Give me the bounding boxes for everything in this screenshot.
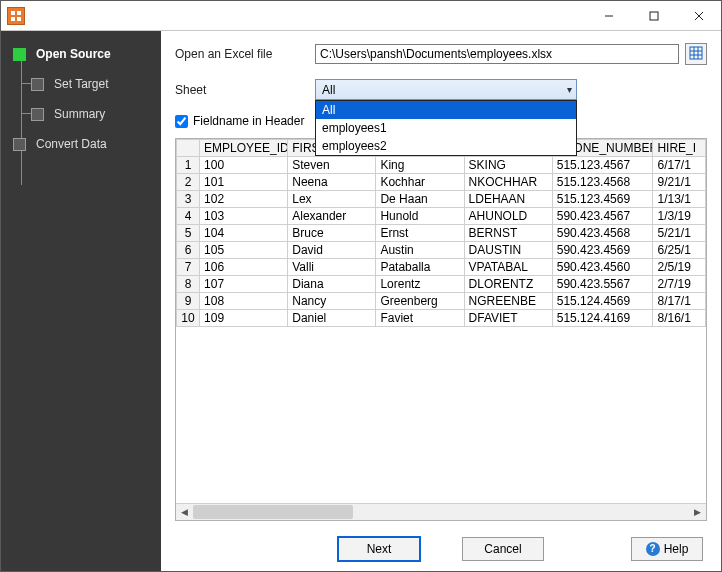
table-cell[interactable]: 107 xyxy=(200,276,288,293)
row-number: 10 xyxy=(177,310,200,327)
file-path-input[interactable] xyxy=(315,44,679,64)
table-cell[interactable]: 590.423.4560 xyxy=(552,259,653,276)
table-cell[interactable]: Kochhar xyxy=(376,174,464,191)
table-cell[interactable]: Lorentz xyxy=(376,276,464,293)
table-cell[interactable]: 590.423.4567 xyxy=(552,208,653,225)
sheet-option[interactable]: employees1 xyxy=(316,119,576,137)
table-cell[interactable]: Faviet xyxy=(376,310,464,327)
table-row[interactable]: 8107DianaLorentzDLORENTZ590.423.55672/7/… xyxy=(177,276,706,293)
table-cell[interactable]: Ernst xyxy=(376,225,464,242)
table-cell[interactable]: 6/17/1 xyxy=(653,157,706,174)
table-cell[interactable]: 8/16/1 xyxy=(653,310,706,327)
table-cell[interactable]: 106 xyxy=(200,259,288,276)
table-cell[interactable]: Alexander xyxy=(288,208,376,225)
table-cell[interactable]: Austin xyxy=(376,242,464,259)
table-cell[interactable]: Greenberg xyxy=(376,293,464,310)
table-cell[interactable]: 590.423.5567 xyxy=(552,276,653,293)
table-cell[interactable]: 1/3/19 xyxy=(653,208,706,225)
table-cell[interactable]: 108 xyxy=(200,293,288,310)
table-cell[interactable]: Pataballa xyxy=(376,259,464,276)
scroll-thumb[interactable] xyxy=(193,505,353,519)
table-cell[interactable]: 515.123.4567 xyxy=(552,157,653,174)
svg-rect-5 xyxy=(650,12,658,20)
table-cell[interactable]: DAUSTIN xyxy=(464,242,552,259)
col-header[interactable]: HIRE_I xyxy=(653,140,706,157)
sheet-select[interactable]: All ▾ xyxy=(315,79,577,100)
next-button[interactable]: Next xyxy=(338,537,420,561)
table-cell[interactable]: AHUNOLD xyxy=(464,208,552,225)
table-cell[interactable]: 103 xyxy=(200,208,288,225)
table-cell[interactable]: LDEHAAN xyxy=(464,191,552,208)
table-row[interactable]: 7106ValliPataballaVPATABAL590.423.45602/… xyxy=(177,259,706,276)
table-cell[interactable]: Nancy xyxy=(288,293,376,310)
table-cell[interactable]: 1/13/1 xyxy=(653,191,706,208)
table-cell[interactable]: 104 xyxy=(200,225,288,242)
help-button[interactable]: ? Help xyxy=(631,537,703,561)
table-cell[interactable]: Hunold xyxy=(376,208,464,225)
table-cell[interactable]: 515.124.4569 xyxy=(552,293,653,310)
sheet-option[interactable]: All xyxy=(316,101,576,119)
help-icon: ? xyxy=(646,542,660,556)
row-number: 2 xyxy=(177,174,200,191)
table-cell[interactable]: Neena xyxy=(288,174,376,191)
scroll-right-icon[interactable]: ▶ xyxy=(689,504,706,521)
table-cell[interactable]: 100 xyxy=(200,157,288,174)
table-cell[interactable]: King xyxy=(376,157,464,174)
table-cell[interactable]: Steven xyxy=(288,157,376,174)
scroll-left-icon[interactable]: ◀ xyxy=(176,504,193,521)
table-row[interactable]: 10109DanielFavietDFAVIET515.124.41698/16… xyxy=(177,310,706,327)
table-cell[interactable]: BERNST xyxy=(464,225,552,242)
close-button[interactable] xyxy=(676,1,721,30)
sheet-option[interactable]: employees2 xyxy=(316,137,576,155)
chevron-down-icon: ▾ xyxy=(567,84,572,95)
fieldname-header-checkbox[interactable] xyxy=(175,115,188,128)
step-summary[interactable]: Summary xyxy=(1,99,161,129)
table-cell[interactable]: Lex xyxy=(288,191,376,208)
step-open-source[interactable]: Open Source xyxy=(1,39,161,69)
table-cell[interactable]: 9/21/1 xyxy=(653,174,706,191)
table-row[interactable]: 1100StevenKingSKING515.123.45676/17/1 xyxy=(177,157,706,174)
horizontal-scrollbar[interactable]: ◀ ▶ xyxy=(176,503,706,520)
table-cell[interactable]: 515.124.4169 xyxy=(552,310,653,327)
table-cell[interactable]: 2/7/19 xyxy=(653,276,706,293)
maximize-button[interactable] xyxy=(631,1,676,30)
table-cell[interactable]: 515.123.4569 xyxy=(552,191,653,208)
table-row[interactable]: 3102LexDe HaanLDEHAAN515.123.45691/13/1 xyxy=(177,191,706,208)
table-cell[interactable]: De Haan xyxy=(376,191,464,208)
minimize-button[interactable] xyxy=(586,1,631,30)
step-set-target[interactable]: Set Target xyxy=(1,69,161,99)
table-row[interactable]: 2101NeenaKochharNKOCHHAR515.123.45689/21… xyxy=(177,174,706,191)
table-cell[interactable]: SKING xyxy=(464,157,552,174)
cancel-button[interactable]: Cancel xyxy=(462,537,544,561)
row-number: 8 xyxy=(177,276,200,293)
table-cell[interactable]: Diana xyxy=(288,276,376,293)
table-cell[interactable]: DLORENTZ xyxy=(464,276,552,293)
browse-button[interactable] xyxy=(685,43,707,65)
table-cell[interactable]: DFAVIET xyxy=(464,310,552,327)
table-cell[interactable]: 6/25/1 xyxy=(653,242,706,259)
titlebar xyxy=(1,1,721,31)
table-cell[interactable]: VPATABAL xyxy=(464,259,552,276)
table-cell[interactable]: 101 xyxy=(200,174,288,191)
table-cell[interactable]: Bruce xyxy=(288,225,376,242)
table-row[interactable]: 9108NancyGreenbergNGREENBE515.124.45698/… xyxy=(177,293,706,310)
table-cell[interactable]: Daniel xyxy=(288,310,376,327)
table-cell[interactable]: NGREENBE xyxy=(464,293,552,310)
table-cell[interactable]: 515.123.4568 xyxy=(552,174,653,191)
table-cell[interactable]: NKOCHHAR xyxy=(464,174,552,191)
table-row[interactable]: 6105DavidAustinDAUSTIN590.423.45696/25/1 xyxy=(177,242,706,259)
table-cell[interactable]: 109 xyxy=(200,310,288,327)
table-cell[interactable]: 590.423.4569 xyxy=(552,242,653,259)
table-cell[interactable]: David xyxy=(288,242,376,259)
table-row[interactable]: 5104BruceErnstBERNST590.423.45685/21/1 xyxy=(177,225,706,242)
table-cell[interactable]: 2/5/19 xyxy=(653,259,706,276)
table-cell[interactable]: 5/21/1 xyxy=(653,225,706,242)
table-cell[interactable]: 105 xyxy=(200,242,288,259)
table-cell[interactable]: 590.423.4568 xyxy=(552,225,653,242)
table-cell[interactable]: 8/17/1 xyxy=(653,293,706,310)
col-header[interactable]: EMPLOYEE_ID xyxy=(200,140,288,157)
table-row[interactable]: 4103AlexanderHunoldAHUNOLD590.423.45671/… xyxy=(177,208,706,225)
step-convert-data[interactable]: Convert Data xyxy=(1,129,161,159)
table-cell[interactable]: Valli xyxy=(288,259,376,276)
table-cell[interactable]: 102 xyxy=(200,191,288,208)
